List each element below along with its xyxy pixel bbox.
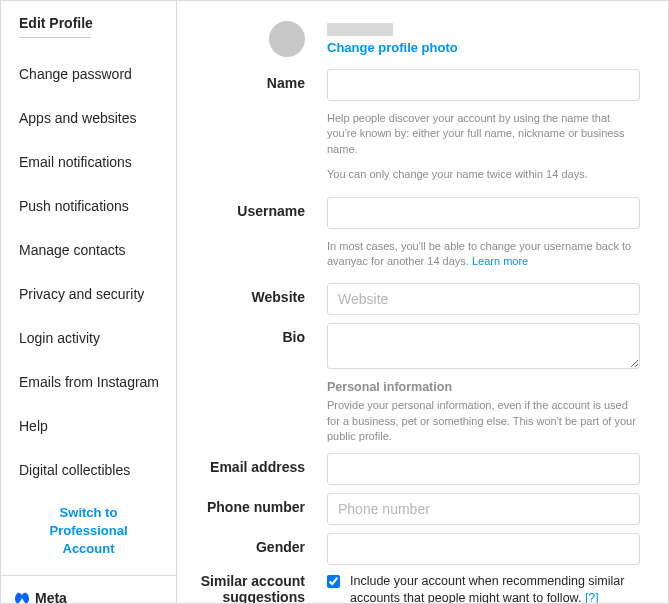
- sidebar-item-privacy-security[interactable]: Privacy and security: [1, 272, 176, 316]
- settings-page: Edit Profile Change password Apps and we…: [0, 0, 669, 604]
- username-display: [327, 23, 393, 36]
- sidebar-item-manage-contacts[interactable]: Manage contacts: [1, 228, 176, 272]
- sidebar-item-label: Privacy and security: [19, 286, 144, 302]
- username-input[interactable]: [327, 197, 640, 229]
- suggestions-help-link[interactable]: [?]: [585, 591, 599, 603]
- username-label: Username: [197, 197, 327, 270]
- main-content: Change profile photo Name Help people di…: [177, 1, 668, 603]
- change-profile-photo-link[interactable]: Change profile photo: [327, 40, 640, 55]
- sidebar-item-help[interactable]: Help: [1, 404, 176, 448]
- name-help-2: You can only change your name twice with…: [327, 167, 640, 182]
- sidebar-item-emails-instagram[interactable]: Emails from Instagram: [1, 360, 176, 404]
- suggestions-label: Similar account suggestions: [197, 573, 327, 603]
- sidebar-item-label: Help: [19, 418, 48, 434]
- name-help-1: Help people discover your account by usi…: [327, 111, 640, 157]
- suggestions-checkbox[interactable]: [327, 575, 340, 588]
- sidebar-item-label: Emails from Instagram: [19, 374, 159, 390]
- suggestions-checkbox-label: Include your account when recommending s…: [350, 573, 640, 603]
- sidebar-item-label: Edit Profile: [19, 15, 93, 31]
- sidebar: Edit Profile Change password Apps and we…: [1, 1, 177, 603]
- name-input[interactable]: [327, 69, 640, 101]
- bio-label: Bio: [197, 323, 327, 372]
- sidebar-item-edit-profile[interactable]: Edit Profile: [1, 1, 176, 52]
- website-label: Website: [197, 283, 327, 315]
- meta-logo: Meta: [15, 590, 162, 604]
- sidebar-item-label: Apps and websites: [19, 110, 137, 126]
- sidebar-item-change-password[interactable]: Change password: [1, 52, 176, 96]
- sidebar-item-label: Login activity: [19, 330, 100, 346]
- sidebar-item-label: Digital collectibles: [19, 462, 130, 478]
- phone-label: Phone number: [197, 493, 327, 525]
- phone-input[interactable]: [327, 493, 640, 525]
- email-input[interactable]: [327, 453, 640, 485]
- active-underline: [19, 37, 91, 38]
- sidebar-item-login-activity[interactable]: Login activity: [1, 316, 176, 360]
- meta-brand-text: Meta: [35, 590, 67, 604]
- sidebar-item-label: Change password: [19, 66, 132, 82]
- gender-input[interactable]: [327, 533, 640, 565]
- email-label: Email address: [197, 453, 327, 485]
- personal-info-help: Provide your personal information, even …: [327, 398, 640, 444]
- avatar[interactable]: [269, 21, 305, 57]
- sidebar-item-label: Manage contacts: [19, 242, 126, 258]
- name-label: Name: [197, 69, 327, 183]
- meta-icon: [15, 592, 31, 604]
- sidebar-item-apps-websites[interactable]: Apps and websites: [1, 96, 176, 140]
- username-help: In most cases, you'll be able to change …: [327, 239, 640, 270]
- meta-block: Meta Accounts Centre Control settings fo…: [1, 575, 176, 604]
- sidebar-item-label: Email notifications: [19, 154, 132, 170]
- sidebar-item-email-notifications[interactable]: Email notifications: [1, 140, 176, 184]
- personal-info-heading: Personal information: [327, 380, 640, 394]
- sidebar-item-push-notifications[interactable]: Push notifications: [1, 184, 176, 228]
- sidebar-item-digital-collectibles[interactable]: Digital collectibles: [1, 448, 176, 492]
- bio-textarea[interactable]: [327, 323, 640, 369]
- sidebar-item-label: Push notifications: [19, 198, 129, 214]
- sidebar-nav: Edit Profile Change password Apps and we…: [1, 1, 176, 492]
- website-input[interactable]: [327, 283, 640, 315]
- learn-more-link[interactable]: Learn more: [472, 255, 528, 267]
- switch-professional-link[interactable]: Switch to Professional Account: [1, 492, 176, 575]
- gender-label: Gender: [197, 533, 327, 565]
